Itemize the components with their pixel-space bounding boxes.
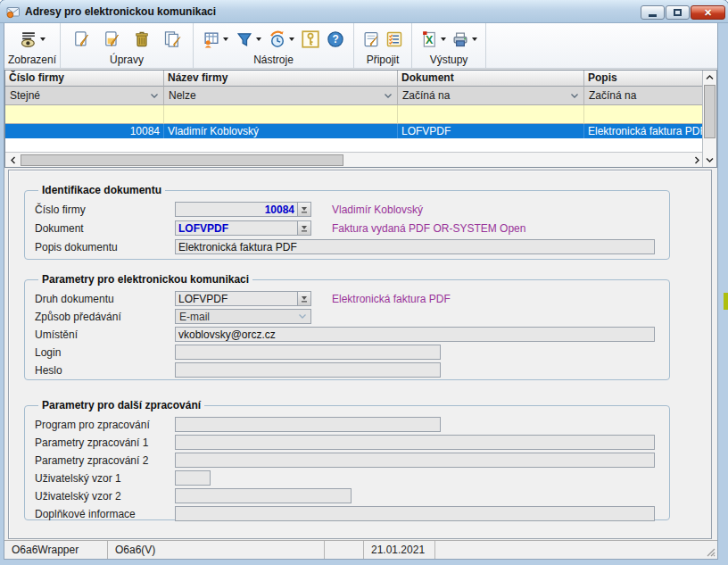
attach-note-icon — [362, 30, 380, 48]
print-button[interactable] — [449, 29, 480, 50]
chevron-down-icon — [298, 313, 307, 320]
help-button[interactable]: ? — [324, 29, 347, 50]
column-header-nazev-firmy[interactable]: Název firmy — [164, 71, 398, 87]
field-label-login: Login — [35, 346, 175, 359]
vertical-scrollbar-thumb[interactable] — [704, 85, 716, 138]
doplnkove-informace-field[interactable] — [175, 506, 655, 521]
popis-dokumentu-field[interactable] — [175, 239, 655, 254]
umisteni-field[interactable] — [175, 327, 655, 342]
filter-button[interactable] — [233, 29, 264, 50]
filter-operator-nazev-firmy[interactable]: Nelze — [164, 87, 398, 105]
filter-input-cislo-firmy[interactable] — [5, 105, 164, 124]
attach-note-button[interactable] — [360, 29, 383, 50]
zpusob-predavani-select[interactable]: E-mail — [175, 309, 311, 324]
resize-grip[interactable] — [705, 546, 716, 557]
status-cell-module: O6a6Wrapper — [4, 541, 108, 559]
field-label-druh-dokumentu: Druh dokumentu — [35, 293, 175, 305]
uzivatelsky-vzor-2-field[interactable] — [175, 488, 352, 503]
chevron-right-icon — [693, 156, 700, 164]
druh-dokumentu-description: Elektronická faktura PDF — [332, 293, 451, 305]
field-label-doplnkove-informace: Doplňkové informace — [35, 508, 175, 520]
table-row-selected[interactable]: 10084 Vladimír Koblovský LOFVPDF Elektro… — [5, 124, 704, 138]
view-eye-icon — [20, 30, 37, 48]
toolbar-group-label: Připojit — [354, 54, 411, 68]
window-title: Adresy pro elektronickou komunikaci — [25, 5, 216, 18]
field-label-heslo: Heslo — [35, 364, 175, 377]
druh-dokumentu-lookup-button[interactable] — [298, 291, 311, 306]
cislo-firmy-lookup-button[interactable] — [298, 202, 311, 217]
close-button[interactable]: ✕ — [691, 5, 725, 20]
maximize-button[interactable] — [666, 5, 690, 20]
section-title: Parametry pro další zpracování — [38, 399, 204, 411]
scroll-left-button[interactable] — [5, 153, 21, 167]
history-button[interactable] — [266, 29, 297, 50]
field-label-zpusob-predavani: Způsob předávání — [35, 311, 175, 323]
horizontal-scrollbar[interactable] — [5, 152, 704, 167]
toolbar-group-label: Úpravy — [61, 54, 193, 68]
toolbar-group-label: Nástroje — [194, 54, 353, 68]
status-cell-spacer — [435, 541, 717, 559]
login-field[interactable] — [175, 345, 441, 360]
field-label-umisteni: Umístění — [35, 328, 175, 341]
toolbar-group-pripojit: Připojit — [354, 23, 412, 68]
column-header-popis[interactable]: Popis — [584, 71, 704, 87]
uzivatelsky-vzor-1-field[interactable] — [175, 470, 211, 486]
new-record-button[interactable] — [70, 29, 93, 50]
history-clock-icon — [269, 30, 286, 48]
view-menu-button[interactable] — [17, 29, 48, 50]
dokument-field[interactable] — [175, 220, 298, 236]
field-label-cislo-firmy: Číslo firmy — [35, 204, 175, 216]
horizontal-scrollbar-thumb[interactable] — [21, 154, 343, 166]
program-pro-zpracovani-field[interactable] — [175, 417, 441, 432]
attach-list-button[interactable] — [383, 29, 406, 50]
cislo-firmy-field[interactable] — [175, 202, 298, 217]
section-title: Identifikace dokumentu — [38, 184, 165, 196]
copy-record-button[interactable] — [161, 29, 184, 50]
status-cell-date: 21.01.2021 — [364, 541, 435, 559]
edit-record-icon — [103, 30, 120, 48]
delete-record-icon — [133, 30, 151, 48]
parametry-zpracovani-1-field[interactable] — [175, 435, 655, 450]
filter-operator-cislo-firmy[interactable]: Stejné — [5, 87, 164, 105]
filter-input-nazev-firmy[interactable] — [164, 105, 398, 124]
status-cell-empty — [325, 541, 364, 559]
new-record-icon — [72, 30, 90, 48]
lookup-arrow-icon — [300, 204, 309, 214]
section-parametry-zpracovani: Parametry pro další zpracování Program p… — [24, 399, 670, 520]
field-label-dokument: Dokument — [35, 222, 175, 235]
druh-dokumentu-field[interactable] — [175, 291, 298, 306]
filter-input-dokument[interactable] — [398, 105, 584, 124]
grid-header-row: Číslo firmy Název firmy Dokument Popis — [5, 71, 704, 87]
scroll-down-button[interactable] — [703, 153, 716, 167]
filter-operator-popis[interactable]: Začíná na — [584, 87, 704, 105]
heslo-field[interactable] — [175, 362, 441, 378]
related-tables-button[interactable] — [200, 29, 231, 50]
toolbar-group-zobrazeni: Zobrazení — [4, 23, 61, 68]
dokument-lookup-button[interactable] — [298, 220, 311, 236]
filter-operator-dokument[interactable]: Začíná na — [398, 87, 584, 105]
settings-button[interactable] — [299, 29, 322, 50]
section-identifikace-dokumentu: Identifikace dokumentu Číslo firmy Vladi… — [24, 184, 670, 260]
scroll-up-button[interactable] — [703, 71, 716, 85]
delete-record-button[interactable] — [130, 29, 153, 50]
vertical-scrollbar[interactable] — [702, 71, 716, 167]
section-parametry-komunikace: Parametry pro elektronickou komunikaci D… — [24, 273, 670, 380]
chevron-down-icon — [706, 156, 714, 163]
column-header-dokument[interactable]: Dokument — [398, 71, 584, 87]
chevron-down-icon — [256, 37, 261, 41]
parametry-zpracovani-2-field[interactable] — [175, 453, 655, 468]
titlebar: Adresy pro elektronickou komunikaci ✕ — [0, 0, 728, 23]
chevron-left-icon — [10, 156, 17, 164]
minimize-button[interactable] — [641, 5, 665, 20]
export-excel-button[interactable]: X — [418, 29, 449, 50]
window-content: Zobrazení Úpravy — [4, 23, 718, 560]
field-label-popis-dokumentu: Popis dokumentu — [35, 241, 175, 253]
filter-input-popis[interactable] — [584, 105, 704, 124]
edit-record-button[interactable] — [100, 29, 123, 50]
background-artifact — [724, 293, 728, 310]
toolbar: Zobrazení Úpravy — [4, 23, 717, 69]
chevron-up-icon — [706, 74, 714, 81]
cislo-firmy-description: Vladimír Koblovský — [332, 204, 423, 216]
column-header-cislo-firmy[interactable]: Číslo firmy — [5, 71, 164, 87]
chevron-down-icon — [40, 37, 46, 41]
